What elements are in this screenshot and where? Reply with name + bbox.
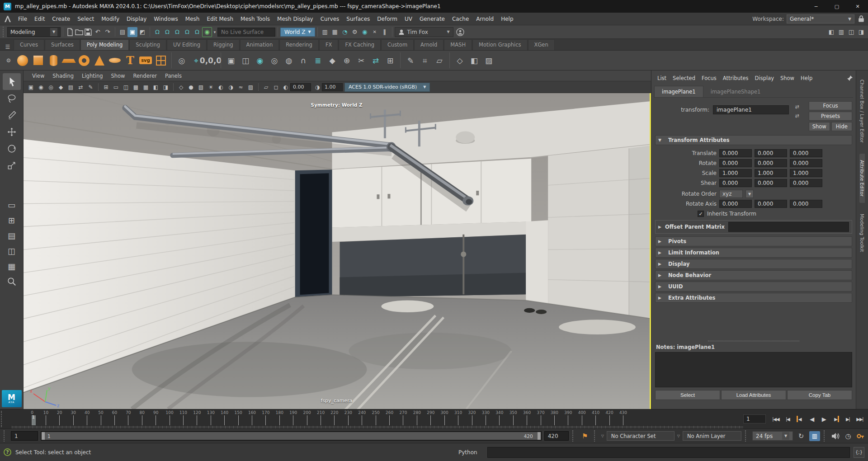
close-button[interactable]: ✕ [847,0,868,13]
svg-tool-icon[interactable]: svg [138,53,153,68]
attr-field-z[interactable]: 0.000 [790,200,822,208]
scale-tool[interactable] [3,157,21,174]
view-transform-dropdown[interactable]: ACES 1.0 SDR-video (sRGB) [344,83,430,92]
shelf-menu-icon[interactable] [2,44,14,50]
move-tool[interactable] [3,123,21,140]
timeline-tick[interactable]: 400 [580,410,584,425]
menu-item[interactable]: Edit [31,16,48,22]
menu-item[interactable]: Help [497,16,517,22]
account-dropdown[interactable]: Tim Fox [395,27,453,37]
panel-menu-item[interactable]: Lighting [78,73,107,79]
animation-end-field[interactable]: 420 [544,431,569,441]
chevron-down-icon[interactable] [212,27,217,37]
play-forwards-button[interactable]: ▶ [818,414,830,424]
timeline-tick[interactable]: 60 [112,410,117,425]
menu-item[interactable]: Deform [373,16,401,22]
safe-title-icon[interactable] [161,83,170,92]
shelf-tab[interactable]: Rigging [207,39,240,50]
sign-in-icon[interactable] [456,28,464,36]
side-panel-tab[interactable]: Channel Box / Layer Editor [859,75,865,147]
hide-button[interactable]: Hide [831,122,853,131]
exposure-icon[interactable] [283,83,289,92]
image-plane-icon[interactable] [66,83,75,92]
bookmarks-icon[interactable] [56,83,66,92]
shelf-tab[interactable]: Sculpting [129,39,166,50]
attr-field-y[interactable]: 1.000 [755,169,787,177]
timeline-tick[interactable]: 250 [373,410,378,425]
light-editor-icon[interactable] [360,27,370,37]
timeline-tick[interactable]: 420 [607,410,612,425]
anim-layer-dropdown[interactable]: No Anim Layer [683,431,741,441]
drag-handle[interactable] [4,430,7,442]
timeline-tick[interactable]: 240 [360,410,364,425]
make-live-icon[interactable] [202,27,212,37]
toggle-tool-settings-icon[interactable] [826,27,836,37]
timeline-tick[interactable]: 300 [442,410,447,425]
menu-item[interactable]: UV [401,16,416,22]
open-scene-icon[interactable] [75,28,84,37]
script-editor-icon[interactable]: {;} [854,447,864,458]
shelf-tab[interactable]: Poly Modeling [80,39,129,50]
command-language-label[interactable]: Python [458,449,484,456]
polygon-disc-icon[interactable] [108,53,122,68]
shelf-tab[interactable]: FX Caching [339,39,381,50]
select-by-object-icon[interactable] [127,27,137,37]
timeline-tick[interactable]: 210 [319,410,323,425]
polygon-plane-icon[interactable] [61,53,76,68]
target-weld-icon[interactable] [369,53,382,68]
ae-footer-button[interactable]: Select [655,390,720,400]
minimize-button[interactable]: ─ [806,0,826,13]
attr-field-x[interactable]: 1.000 [719,169,752,177]
menu-item[interactable]: Curves [317,16,343,22]
extrude-icon[interactable] [340,53,354,68]
field-chart-icon[interactable] [141,83,151,92]
show-button[interactable]: Show [809,122,830,131]
go-to-end-button[interactable]: ▶▶| [854,414,865,424]
rotate-order-dropdown[interactable]: xyz [719,190,743,198]
command-input[interactable] [487,447,850,458]
chevron-down-icon[interactable] [745,190,754,198]
grid-icon[interactable] [101,83,111,92]
grease-pencil-icon[interactable] [86,83,95,92]
play-backwards-button[interactable]: ◀ [806,414,817,424]
anti-alias-icon[interactable] [246,83,255,92]
panel-menu-item[interactable]: Shading [48,73,78,79]
shelf-tab[interactable]: UV Editing [167,39,207,50]
auto-keyframe-icon[interactable] [856,432,865,440]
polygon-torus-icon[interactable] [77,53,91,68]
remesh-icon[interactable] [482,53,495,68]
swap-node-icon[interactable] [793,103,802,110]
film-gate-icon[interactable] [111,83,121,92]
attr-field-z[interactable]: 0.000 [790,179,822,187]
isolate-select-icon[interactable] [261,83,271,92]
timeline-tick[interactable]: 100 [167,410,172,425]
timeline-tick[interactable]: 160 [250,410,255,425]
notes-textarea[interactable] [655,352,852,387]
step-back-key-button[interactable]: ◀ [794,414,806,424]
render-view-icon[interactable] [320,27,330,37]
timeline-tick[interactable]: 50 [99,410,103,425]
fps-dropdown[interactable]: 24 fps [752,431,793,441]
timeline-tick[interactable]: 430 [621,410,625,425]
character-set-dropdown[interactable]: No Character Set [607,431,675,441]
render-setup-icon[interactable] [370,27,380,37]
select-by-hierarchy-icon[interactable] [118,27,127,37]
render-settings-icon[interactable] [350,27,360,37]
quad-draw-icon[interactable] [404,53,417,68]
side-panel-tab[interactable]: Attribute Editor [859,154,865,203]
pause-evaluation-icon[interactable] [380,27,390,37]
timeline-tick[interactable]: 40 [85,410,90,425]
toggle-attribute-editor-icon[interactable] [836,27,846,37]
timeline-tick[interactable]: 290 [429,410,433,425]
new-scene-icon[interactable] [66,28,75,37]
timeline-tick[interactable]: 340 [497,410,502,425]
timeline-tick[interactable]: 110 [181,410,185,425]
resolution-gate-icon[interactable] [121,83,131,92]
timeline-tick[interactable]: 80 [140,410,144,425]
select-by-component-icon[interactable] [137,27,147,37]
occlusion-icon[interactable] [226,83,236,92]
menu-item[interactable]: Generate [416,16,448,22]
type-tool-icon[interactable]: T [123,53,137,68]
four-pane-layout-icon[interactable] [3,212,21,228]
snap-to-grid-icon[interactable] [152,27,162,37]
